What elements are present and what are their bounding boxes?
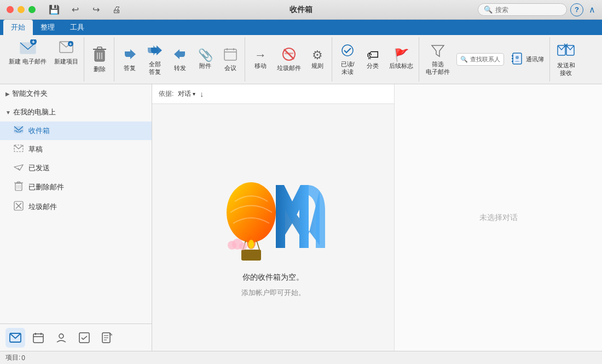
maximize-button[interactable] — [28, 6, 36, 13]
new-item-label: 新建项目 — [54, 58, 78, 65]
tab-organize[interactable]: 整理 — [33, 20, 62, 35]
junk-folder-label: 垃圾邮件 — [28, 202, 57, 212]
svg-point-52 — [227, 182, 276, 242]
forward-label: 转发 — [174, 65, 186, 72]
status-bar: 项目: 0 — [0, 351, 602, 364]
save-icon[interactable]: 💾 — [47, 2, 62, 18]
collapse-button[interactable]: ∧ — [589, 4, 595, 15]
close-button[interactable] — [7, 6, 14, 13]
ribbon-tabs: 开始 整理 工具 — [0, 20, 602, 35]
minimize-button[interactable] — [18, 6, 25, 13]
move-label: 移动 — [254, 62, 267, 70]
delete-icon — [92, 46, 107, 65]
rules-icon: ⚙ — [312, 49, 323, 61]
toolbar-group-new: + 新建 电子邮件 + 新建项目 — [3, 37, 84, 82]
attach-button[interactable]: 📎 附件 — [193, 37, 217, 82]
nav-calendar[interactable] — [28, 328, 48, 348]
drafts-label: 草稿 — [28, 145, 43, 154]
toolbar-group-delete: 删除 — [85, 37, 114, 82]
nav-tasks[interactable] — [74, 328, 94, 348]
toolbar-group-send-receive: 发送和 接收 — [551, 37, 581, 82]
reply-all-button[interactable]: 全部 答复 — [143, 37, 167, 82]
meeting-label: 会议 — [224, 65, 236, 72]
junk-button[interactable]: 垃圾邮件 — [274, 37, 304, 82]
send-receive-button[interactable]: 发送和 接收 — [553, 37, 578, 82]
delete-button[interactable]: 删除 — [88, 37, 112, 82]
attach-icon: 📎 — [198, 49, 213, 61]
redo-icon[interactable]: ↪ — [88, 2, 103, 18]
read-unread-icon — [340, 43, 355, 60]
reply-all-label: 全部 答复 — [149, 61, 161, 75]
sent-label: 已发送 — [28, 163, 50, 173]
nav-contacts[interactable] — [51, 328, 71, 348]
followup-button[interactable]: 🚩 后续标志 — [386, 37, 416, 82]
chevron-right-icon: ▶ — [5, 91, 10, 97]
followup-icon: 🚩 — [394, 49, 409, 61]
sort-dropdown[interactable]: 对话 ▾ — [178, 89, 195, 99]
address-book-icon — [511, 52, 524, 67]
my-computer-label: 在我的电脑上 — [13, 107, 56, 117]
ribbon-toolbar: + 新建 电子邮件 + 新建项目 — [0, 35, 602, 84]
title-bar: 💾 ↩ ↪ 🖨 收件箱 🔍 ? ∧ — [0, 0, 602, 20]
email-list: 你的收件箱为空。 添加帐户即可开始。 — [152, 104, 394, 351]
tab-tools[interactable]: 工具 — [62, 20, 92, 35]
svg-text:+: + — [69, 42, 72, 47]
send-receive-icon — [557, 42, 575, 61]
svg-rect-18 — [285, 53, 293, 54]
svg-rect-55 — [241, 250, 261, 261]
new-item-icon: + — [59, 39, 74, 57]
new-email-icon: + — [19, 39, 37, 57]
print-icon[interactable]: 🖨 — [109, 2, 124, 18]
main-layout: ▶ 智能文件夹 ▼ 在我的电脑上 收件箱 — [0, 84, 602, 351]
search-area: 🔍 ? ∧ — [478, 3, 595, 16]
categorize-button[interactable]: 🏷 分类 — [361, 37, 385, 82]
sent-icon — [13, 163, 24, 174]
search-box[interactable]: 🔍 — [478, 3, 567, 16]
nav-mail[interactable] — [5, 328, 25, 348]
nav-notes[interactable] — [97, 328, 117, 348]
title-bar-icons: 💾 ↩ ↪ 🖨 — [47, 2, 124, 18]
sidebar-item-inbox[interactable]: 收件箱 — [0, 122, 152, 140]
sidebar-item-deleted[interactable]: 已删除邮件 — [0, 177, 152, 197]
svg-point-45 — [59, 334, 63, 338]
chevron-down-icon: ▼ — [5, 109, 11, 115]
forward-button[interactable]: 转发 — [168, 37, 192, 82]
svg-point-25 — [516, 56, 519, 59]
reply-button[interactable]: 答复 — [118, 37, 142, 82]
sidebar-item-sent[interactable]: 已发送 — [0, 159, 152, 177]
drafts-icon — [13, 144, 24, 155]
svg-point-19 — [342, 45, 353, 56]
tab-start[interactable]: 开始 — [3, 20, 33, 35]
no-selection-label: 未选择对话 — [479, 213, 518, 223]
new-item-button[interactable]: + 新建项目 — [51, 37, 82, 67]
rules-label: 规则 — [311, 62, 323, 70]
sidebar-section-my-computer[interactable]: ▼ 在我的电脑上 — [0, 103, 152, 122]
forward-icon — [173, 47, 187, 63]
address-book-button[interactable]: 通讯簿 — [507, 37, 547, 82]
sidebar-item-junk[interactable]: 垃圾邮件 — [0, 197, 152, 217]
sort-value: 对话 — [178, 89, 191, 99]
deleted-icon — [13, 181, 24, 193]
rules-button[interactable]: ⚙ 规则 — [305, 37, 329, 82]
search-input[interactable] — [495, 6, 561, 14]
undo-icon[interactable]: ↩ — [67, 2, 83, 18]
svg-line-54 — [257, 241, 259, 250]
help-button[interactable]: ? — [570, 3, 583, 16]
window-title: 收件箱 — [290, 5, 312, 15]
find-contact-search-icon: 🔍 — [460, 56, 468, 63]
sidebar-section-smart-folders[interactable]: ▶ 智能文件夹 — [0, 84, 152, 103]
sort-arrow-icon[interactable]: ↓ — [200, 90, 204, 99]
content-toolbar: 依据: 对话 ▾ ↓ — [152, 84, 394, 104]
filter-email-button[interactable]: 筛选 电子邮件 — [422, 37, 453, 82]
categorize-icon: 🏷 — [367, 49, 379, 61]
find-contact-search[interactable]: 🔍 查找联系人 — [456, 53, 504, 66]
meeting-button[interactable]: 会议 — [218, 37, 242, 82]
read-unread-button[interactable]: 已读/ 未读 — [335, 37, 360, 82]
reply-label: 答复 — [124, 65, 136, 72]
sidebar-item-drafts[interactable]: 草稿 — [0, 140, 152, 159]
move-button[interactable]: → 移动 — [248, 37, 273, 82]
items-count: 0 — [21, 354, 25, 362]
sort-dropdown-icon: ▾ — [193, 91, 195, 97]
new-email-button[interactable]: + 新建 电子邮件 — [5, 37, 50, 67]
window-controls — [7, 6, 36, 13]
